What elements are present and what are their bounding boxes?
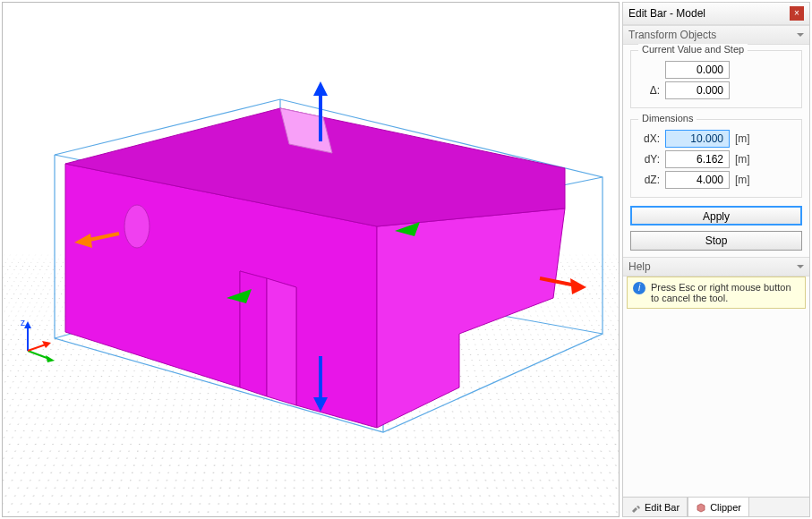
edit-bar-panel: Edit Bar - Model × Transform Objects Cur… xyxy=(622,2,810,517)
chevron-down-icon xyxy=(797,33,804,37)
dz-input[interactable] xyxy=(665,171,730,189)
tab-edit-bar[interactable]: Edit Bar xyxy=(623,498,688,516)
svg-line-25 xyxy=(28,351,49,359)
bottom-tabs: Edit Bar Clipper xyxy=(623,497,809,516)
close-icon[interactable]: × xyxy=(790,6,804,21)
svg-marker-29 xyxy=(697,504,705,512)
help-header-label: Help xyxy=(628,260,651,273)
axis-triad: z xyxy=(19,319,55,355)
current-value-group: Current Value and Step Δ: xyxy=(630,50,802,108)
svg-line-27 xyxy=(28,345,46,351)
help-section-header[interactable]: Help xyxy=(623,257,809,277)
svg-point-12 xyxy=(124,205,150,248)
dy-input[interactable] xyxy=(665,150,730,168)
dy-unit: [m] xyxy=(735,153,750,166)
info-icon: i xyxy=(633,282,645,294)
help-box: i Press Esc or right mouse button to can… xyxy=(627,277,806,309)
tab-clipper[interactable]: Clipper xyxy=(688,497,749,516)
axis-z-label: z xyxy=(21,318,25,328)
3d-viewport[interactable]: z xyxy=(2,2,620,517)
dimensions-group-title: Dimensions xyxy=(638,113,697,123)
step-value-input[interactable] xyxy=(665,81,730,99)
dx-input[interactable] xyxy=(665,130,730,148)
svg-marker-14 xyxy=(313,81,328,96)
dy-label: dY: xyxy=(637,153,660,166)
help-text: Press Esc or right mouse button to cance… xyxy=(651,282,799,303)
svg-marker-7 xyxy=(377,208,565,428)
transform-header-label: Transform Objects xyxy=(628,29,716,41)
delta-label: Δ: xyxy=(637,84,660,97)
svg-marker-26 xyxy=(46,355,55,362)
dx-unit: [m] xyxy=(735,132,750,145)
transform-section-header[interactable]: Transform Objects xyxy=(623,25,809,45)
chevron-down-icon xyxy=(797,265,804,268)
svg-marker-20 xyxy=(570,278,586,294)
dx-label: dX: xyxy=(637,132,660,145)
panel-title-text: Edit Bar - Model xyxy=(628,7,705,20)
current-value-input[interactable] xyxy=(665,61,730,79)
wrench-icon xyxy=(630,502,641,513)
magenta-solid xyxy=(65,108,565,428)
tab-clipper-label: Clipper xyxy=(710,502,741,513)
apply-button[interactable]: Apply xyxy=(630,206,802,225)
panel-titlebar: Edit Bar - Model × xyxy=(623,3,809,25)
tab-edit-bar-label: Edit Bar xyxy=(645,502,680,513)
dimensions-group: Dimensions dX: [m] dY: [m] dZ: [m] xyxy=(630,119,802,198)
svg-marker-11 xyxy=(267,278,296,405)
stop-button[interactable]: Stop xyxy=(630,231,802,251)
box-icon xyxy=(696,502,706,513)
dz-unit: [m] xyxy=(735,174,750,186)
svg-marker-24 xyxy=(24,321,31,328)
dz-label: dZ: xyxy=(637,174,660,186)
model-scene xyxy=(3,3,620,517)
current-group-title: Current Value and Step xyxy=(638,44,748,55)
svg-marker-10 xyxy=(240,271,267,396)
